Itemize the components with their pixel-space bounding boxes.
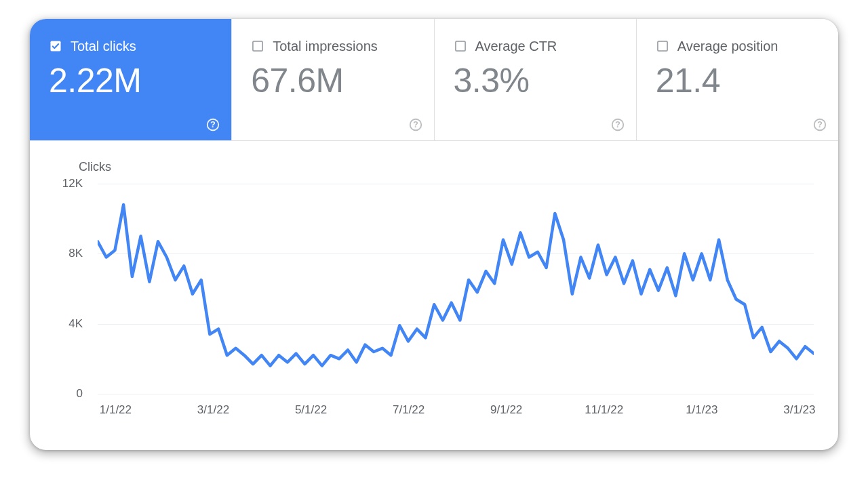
svg-text:?: ? <box>615 119 620 129</box>
svg-rect-9 <box>658 41 667 51</box>
performance-card: Total clicks2.22M?Total impressions67.6M… <box>30 19 838 450</box>
svg-text:?: ? <box>413 119 418 129</box>
y-tick: 12K <box>62 177 83 190</box>
svg-text:?: ? <box>210 119 216 129</box>
x-tick: 1/1/22 <box>100 403 132 417</box>
x-tick: 3/1/22 <box>197 403 229 417</box>
metric-label: Average position <box>677 38 778 54</box>
metric-label: Total impressions <box>273 38 378 54</box>
checkbox-checked-icon[interactable] <box>49 39 62 53</box>
y-tick: 0 <box>77 387 83 401</box>
x-axis: 1/1/223/1/225/1/227/1/229/1/2211/1/221/1… <box>98 396 814 421</box>
svg-rect-6 <box>455 41 465 51</box>
metric-label: Total clicks <box>71 38 136 54</box>
x-tick: 7/1/22 <box>393 403 425 417</box>
x-tick: 3/1/23 <box>783 403 815 417</box>
chart-area: Clicks 04K8K12K 1/1/223/1/225/1/227/1/22… <box>30 141 838 450</box>
svg-text:?: ? <box>817 119 823 129</box>
x-tick: 9/1/22 <box>490 403 522 417</box>
metric-value: 2.22M <box>49 61 215 100</box>
clicks-line-series <box>98 184 814 394</box>
checkbox-unchecked-icon[interactable] <box>656 39 669 53</box>
x-tick: 11/1/22 <box>585 403 623 417</box>
chart-title: Clicks <box>79 160 819 174</box>
help-icon[interactable]: ? <box>610 117 625 132</box>
y-tick: 4K <box>68 317 83 331</box>
metric-value: 67.6M <box>251 61 417 100</box>
checkbox-unchecked-icon[interactable] <box>454 39 467 53</box>
chart-plot[interactable]: 04K8K12K 1/1/223/1/225/1/227/1/229/1/221… <box>49 184 819 421</box>
help-icon[interactable]: ? <box>205 117 220 132</box>
x-tick: 1/1/23 <box>686 403 717 417</box>
svg-rect-3 <box>253 41 262 51</box>
y-tick: 8K <box>68 247 83 260</box>
help-icon[interactable]: ? <box>408 117 423 132</box>
metric-value: 3.3% <box>454 61 620 100</box>
metric-impressions[interactable]: Total impressions67.6M? <box>232 19 434 140</box>
metric-selector: Total clicks2.22M?Total impressions67.6M… <box>30 19 838 141</box>
metric-value: 21.4 <box>656 61 822 100</box>
metric-clicks[interactable]: Total clicks2.22M? <box>30 19 232 140</box>
y-axis: 04K8K12K <box>49 184 92 394</box>
help-icon[interactable]: ? <box>812 117 827 132</box>
checkbox-unchecked-icon[interactable] <box>251 39 264 53</box>
metric-ctr[interactable]: Average CTR3.3%? <box>435 19 637 140</box>
x-tick: 5/1/22 <box>295 403 327 417</box>
metric-position[interactable]: Average position21.4? <box>637 19 838 140</box>
metric-label: Average CTR <box>475 38 557 54</box>
